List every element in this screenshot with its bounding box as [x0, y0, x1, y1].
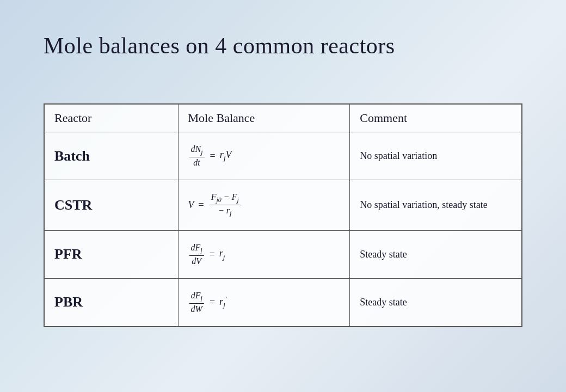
table-row: PFR dFj dV = rj Steady state — [45, 230, 522, 278]
page-title: Mole balances on 4 common reactors — [44, 33, 395, 59]
reactor-batch: Batch — [45, 132, 179, 180]
comment-pbr: Steady state — [350, 278, 522, 326]
formula-batch: dNj dt = rjV — [178, 132, 350, 180]
table-header-row: Reactor Mole Balance Comment — [45, 105, 522, 132]
comment-batch: No spatial variation — [350, 132, 522, 180]
table-row: PBR dFj dW = rj′ Steady state — [45, 278, 522, 326]
comment-cstr: No spatial variation, steady state — [350, 180, 522, 230]
mole-balance-table: Reactor Mole Balance Comment Batch dNj d… — [44, 103, 522, 327]
reactor-cstr: CSTR — [45, 180, 179, 230]
table-row: Batch dNj dt = rjV No spatial variation — [45, 132, 522, 180]
header-reactor: Reactor — [45, 105, 179, 132]
formula-pfr: dFj dV = rj — [178, 230, 350, 278]
header-balance: Mole Balance — [178, 105, 350, 132]
header-comment: Comment — [350, 105, 522, 132]
table-row: CSTR V = Fj0 − Fj − rj No spatial variat… — [45, 180, 522, 230]
reactor-pbr: PBR — [45, 278, 179, 326]
formula-cstr: V = Fj0 − Fj − rj — [178, 180, 350, 230]
comment-pfr: Steady state — [350, 230, 522, 278]
reactor-pfr: PFR — [45, 230, 179, 278]
formula-pbr: dFj dW = rj′ — [178, 278, 350, 326]
